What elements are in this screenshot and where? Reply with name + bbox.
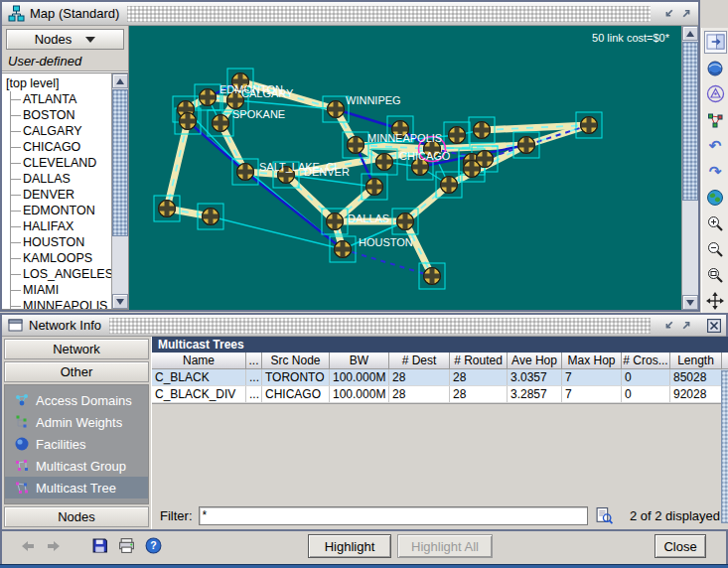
ni-item-list: Access DomainsAdmin WeightsFacilitiesMul… [4,384,149,504]
city-label: CALGARY [241,87,294,99]
map-scrollbar[interactable] [681,26,698,310]
back-button[interactable] [20,538,36,558]
map-restore-button[interactable] [660,6,676,21]
router-node-icon[interactable] [423,267,441,285]
column-header[interactable]: # Dest [389,353,450,368]
router-node-icon[interactable] [212,114,229,132]
router-node-icon[interactable] [199,88,217,106]
table-row[interactable]: C_BLACK_DIV...CHICAGO100.000M28283.28577… [152,386,728,403]
tree-scrollbar-thumb[interactable] [112,89,128,236]
tab-other[interactable]: Other [4,361,149,382]
scroll-down-icon[interactable] [682,295,698,310]
router-node-icon[interactable] [396,213,414,230]
router-node-icon[interactable] [463,160,481,178]
tree-item[interactable]: LOS_ANGELES [2,266,128,282]
tree-item[interactable]: MIAMI [2,282,128,298]
tree-item[interactable]: CHICAGO [2,139,128,155]
router-node-icon[interactable] [473,121,491,139]
redo-icon[interactable]: ↷ [704,160,727,183]
router-node-icon[interactable] [347,136,364,154]
map-maximize-button[interactable] [678,6,694,21]
column-header[interactable]: # Routed [450,353,508,368]
column-header[interactable]: Length [670,353,722,368]
column-header[interactable]: Max Hop [562,353,622,368]
list-item-facilities[interactable]: Facilities [5,433,148,455]
world-view-button[interactable] [704,57,727,79]
tab-nodes[interactable]: Nodes [4,506,149,527]
column-header[interactable]: # Cros... [622,353,670,368]
router-node-icon[interactable] [440,176,458,194]
topology-button[interactable] [704,108,727,131]
filter-search-button[interactable] [594,505,616,526]
tree-item[interactable]: DENVER [2,187,128,203]
tree-item[interactable]: DALLAS [2,171,128,187]
router-node-icon[interactable] [158,200,176,217]
table-scrollbar[interactable] [721,370,728,523]
undo-icon[interactable]: ↶ [704,134,727,157]
router-node-icon[interactable] [580,116,598,134]
router-node-icon[interactable] [327,100,345,118]
close-button[interactable]: Close [655,534,706,558]
tree-scrollbar[interactable] [111,73,128,309]
column-header[interactable]: BW [330,353,389,368]
router-node-icon[interactable] [202,208,219,225]
router-node-icon[interactable] [448,126,466,144]
table-row[interactable]: C_BLACK...TORONTO100.000M28283.035770850… [152,369,728,386]
tree-item[interactable]: HOUSTON [2,234,128,250]
filter-input[interactable] [199,506,588,525]
help-button[interactable]: ? [145,537,162,558]
tab-network[interactable]: Network [4,339,149,359]
list-item-admin-weights[interactable]: Admin Weights [5,411,148,433]
tree-item[interactable]: ATLANTA [2,91,128,107]
column-header[interactable]: Ave Hop [508,353,562,368]
network-topology[interactable]: EDMONTONCALGARYSPOKANEWINNIPEGMINNEAPOLI… [129,26,681,310]
list-item-multicast-tree[interactable]: Multicast Tree [5,477,148,498]
pan-icon[interactable] [704,289,727,312]
router-node-icon[interactable] [179,112,197,130]
tree-item[interactable]: [top level] [2,75,128,91]
table-cell: 0 [622,369,670,385]
tree-item[interactable]: EDMONTON [2,203,128,218]
zoom-out-icon[interactable] [704,237,727,260]
highlight-all-button[interactable]: Highlight All [397,534,493,558]
router-node-icon[interactable] [517,136,535,154]
table-header-row[interactable]: Name...Src NodeBW# Dest# RoutedAve HopMa… [152,353,728,369]
scroll-up-icon[interactable] [682,26,698,41]
tree-item[interactable]: CLEVELAND [2,155,128,171]
column-header[interactable]: Src Node [262,353,330,368]
map-scrollbar-thumb[interactable] [682,42,698,201]
router-node-icon[interactable] [236,163,254,181]
tree-item[interactable]: HALIFAX [2,218,128,234]
ni-close-button[interactable] [706,318,722,333]
list-item-multicast-group[interactable]: Multicast Group [5,455,148,477]
globe-icon[interactable] [704,186,727,209]
ni-restore-button[interactable] [660,318,676,333]
router-node-icon[interactable] [375,153,393,171]
toggle-panel-button[interactable] [704,31,727,54]
nodes-dropdown[interactable]: Nodes [6,29,124,50]
design-mode-button[interactable] [704,82,727,105]
tree-item[interactable]: CALGARY [2,123,128,139]
router-node-icon[interactable] [326,213,344,230]
network-info-titlebar[interactable]: Network Info [2,315,726,337]
table-cell: C_BLACK_DIV [152,386,246,402]
column-header[interactable]: Name [152,353,246,368]
ni-maximize-button[interactable] [678,318,694,333]
column-header[interactable]: ... [246,353,262,368]
map-canvas[interactable]: EDMONTONCALGARYSPOKANEWINNIPEGMINNEAPOLI… [129,26,681,310]
save-button[interactable] [91,537,108,558]
scroll-down-icon[interactable] [112,294,128,309]
print-button[interactable] [118,537,135,558]
highlight-button[interactable]: Highlight [308,534,391,558]
list-item-access-domains[interactable]: Access Domains [5,389,148,411]
zoom-area-icon[interactable] [704,263,727,286]
zoom-in-icon[interactable] [704,212,727,234]
scroll-up-icon[interactable] [112,73,128,88]
tree-item[interactable]: KAMLOOPS [2,250,128,266]
router-node-icon[interactable] [365,178,383,196]
tree-item[interactable]: BOSTON [2,107,128,123]
forward-button[interactable] [46,538,62,558]
router-node-icon[interactable] [334,240,352,258]
map-titlebar[interactable]: Map (Standard) [2,2,698,26]
tree-item[interactable]: MINNEAPOLIS [2,298,128,310]
